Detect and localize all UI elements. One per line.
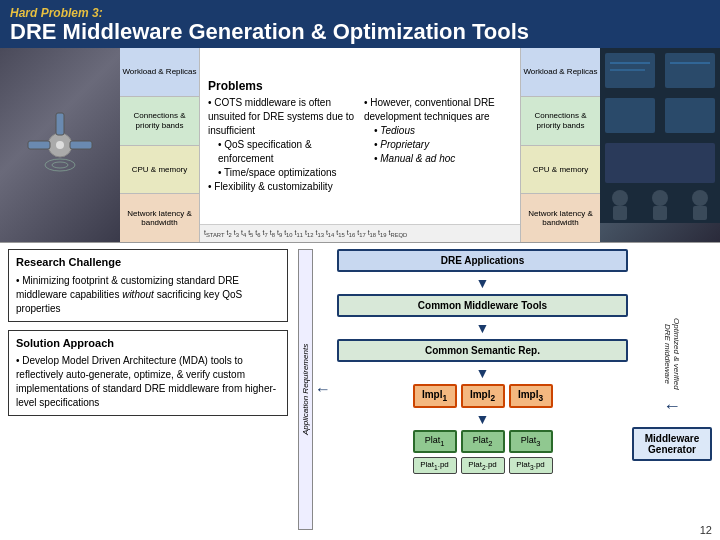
satellite-image xyxy=(0,48,120,242)
svg-rect-11 xyxy=(665,98,715,133)
svg-rect-17 xyxy=(613,206,627,220)
workload-label-right: Workload & Replicas xyxy=(521,48,600,97)
app-req-col: Application Requirements ↑ xyxy=(298,249,333,530)
svg-rect-12 xyxy=(605,143,715,183)
prob-r2: • Tedious xyxy=(364,124,512,138)
left-bottom: Research Challenge • Minimizing footprin… xyxy=(8,249,288,530)
tl-8: t8 xyxy=(270,229,275,238)
svg-rect-2 xyxy=(70,141,92,149)
app-req-label: Application Requirements xyxy=(298,249,313,530)
impl-2: Impl2 xyxy=(461,384,505,408)
tl-6: t6 xyxy=(255,229,260,238)
right-output-col: Optimized & verifiedDRE middleware ← Mid… xyxy=(632,249,712,530)
plat-1: Plat1 xyxy=(413,430,457,453)
control-room-image xyxy=(600,48,720,242)
problems-title: Problems xyxy=(208,79,512,93)
header: Hard Problem 3: DRE Middleware Generatio… xyxy=(0,0,720,48)
tl-start: tSTART xyxy=(204,229,225,238)
platpd-1: Plat1.pd xyxy=(413,457,457,474)
problems-section: Problems • COTS middleware is often unsu… xyxy=(200,48,520,242)
svg-point-5 xyxy=(45,159,75,171)
tl-11: t11 xyxy=(295,229,303,238)
connections-label-right: Connections & priority bands xyxy=(521,97,600,146)
main-content: Workload & Replicas Connections & priori… xyxy=(0,48,720,536)
plat-2: Plat2 xyxy=(461,430,505,453)
connections-label-left: Connections & priority bands xyxy=(120,97,199,146)
prob-r4: • Manual & ad hoc xyxy=(364,152,512,166)
problems-left-text: • COTS middleware is often unsuited for … xyxy=(208,96,356,194)
problems-right-text: • However, conventional DRE development … xyxy=(364,96,512,194)
svg-point-6 xyxy=(52,162,68,168)
tl-10: t10 xyxy=(284,229,292,238)
header-title: DRE Middleware Generation & Optimization… xyxy=(10,20,710,44)
svg-rect-19 xyxy=(653,206,667,220)
network-label-left: Network latency & bandwidth xyxy=(120,194,199,242)
research-title: Research Challenge xyxy=(16,255,280,270)
prob-l1: • COTS middleware is often unsuited for … xyxy=(208,96,356,138)
tl-2: t2 xyxy=(227,229,232,238)
right-arrow-down: ← xyxy=(663,396,681,417)
prob-l2: • QoS specification & enforcement xyxy=(208,138,356,166)
svg-point-16 xyxy=(612,190,628,206)
tl-3: t3 xyxy=(234,229,239,238)
label-strip-left: Workload & Replicas Connections & priori… xyxy=(120,48,200,242)
diagram-main: DRE Applications ▼ Common Middleware Too… xyxy=(337,249,628,530)
solution-title: Solution Approach xyxy=(16,336,280,351)
svg-rect-9 xyxy=(665,53,715,88)
cpu-label-left: CPU & memory xyxy=(120,146,199,195)
tl-9: t9 xyxy=(277,229,282,238)
timeline-area: tSTART t2 t3 t4 t5 t6 t7 t8 t9 t10 t11 t… xyxy=(200,224,520,242)
tl-16: t16 xyxy=(347,229,355,238)
solution-approach-box: Solution Approach • Develop Model Driven… xyxy=(8,330,288,416)
impl-1: Impl1 xyxy=(413,384,457,408)
tl-19: t19 xyxy=(378,229,386,238)
impl-3: Impl3 xyxy=(509,384,553,408)
tl-17: t17 xyxy=(357,229,365,238)
page-number: 12 xyxy=(700,524,712,536)
tl-18: t18 xyxy=(368,229,376,238)
optimized-label: Optimized & verifiedDRE middleware xyxy=(663,318,681,390)
network-label-right: Network latency & bandwidth xyxy=(521,194,600,242)
tl-13: t13 xyxy=(315,229,323,238)
tl-15: t15 xyxy=(336,229,344,238)
tl-4: t4 xyxy=(241,229,246,238)
arrow-2: ▼ xyxy=(337,321,628,335)
svg-rect-10 xyxy=(605,98,655,133)
header-subtitle: Hard Problem 3: xyxy=(10,6,710,20)
tl-14: t14 xyxy=(326,229,334,238)
prob-r3: • Proprietary xyxy=(364,138,512,152)
dre-diagram: Application Requirements ↑ DRE Applicati… xyxy=(298,249,712,530)
plat-3: Plat3 xyxy=(509,430,553,453)
arrow-3: ▼ xyxy=(337,366,628,380)
tl-7: t7 xyxy=(263,229,268,238)
common-semantic-box: Common Semantic Rep. xyxy=(337,339,628,362)
svg-point-20 xyxy=(692,190,708,206)
prob-l4: • Flexibility & customizability xyxy=(208,180,356,194)
dre-apps-box: DRE Applications xyxy=(337,249,628,272)
research-challenge-box: Research Challenge • Minimizing footprin… xyxy=(8,249,288,321)
arrow-1: ▼ xyxy=(337,276,628,290)
tl-reqd: tREQD xyxy=(389,229,408,238)
plat-row: Plat1 Plat2 Plat3 xyxy=(337,430,628,453)
app-req-arrow: ↑ xyxy=(313,386,333,394)
platpd-row: Plat1.pd Plat2.pd Plat3.pd xyxy=(337,457,628,474)
label-strip-right: Workload & Replicas Connections & priori… xyxy=(520,48,600,242)
prob-r1: • However, conventional DRE development … xyxy=(364,96,512,124)
svg-point-18 xyxy=(652,190,668,206)
problems-content: • COTS middleware is often unsuited for … xyxy=(208,96,512,194)
impl-row: Impl1 Impl2 Impl3 xyxy=(337,384,628,408)
common-tools-box: Common Middleware Tools xyxy=(337,294,628,317)
tl-12: t12 xyxy=(305,229,313,238)
solution-text: • Develop Model Driven Architecture (MDA… xyxy=(16,354,280,410)
bottom-section: Research Challenge • Minimizing footprin… xyxy=(0,243,720,536)
svg-rect-3 xyxy=(56,113,64,135)
mw-gen-box: Middleware Generator xyxy=(632,427,712,461)
svg-point-4 xyxy=(56,141,64,149)
research-text: • Minimizing footprint & customizing sta… xyxy=(16,274,280,316)
top-section: Workload & Replicas Connections & priori… xyxy=(0,48,720,243)
prob-l3: • Time/space optimizations xyxy=(208,166,356,180)
platpd-3: Plat3.pd xyxy=(509,457,553,474)
cpu-label-right: CPU & memory xyxy=(521,146,600,195)
platpd-2: Plat2.pd xyxy=(461,457,505,474)
tl-5: t5 xyxy=(248,229,253,238)
